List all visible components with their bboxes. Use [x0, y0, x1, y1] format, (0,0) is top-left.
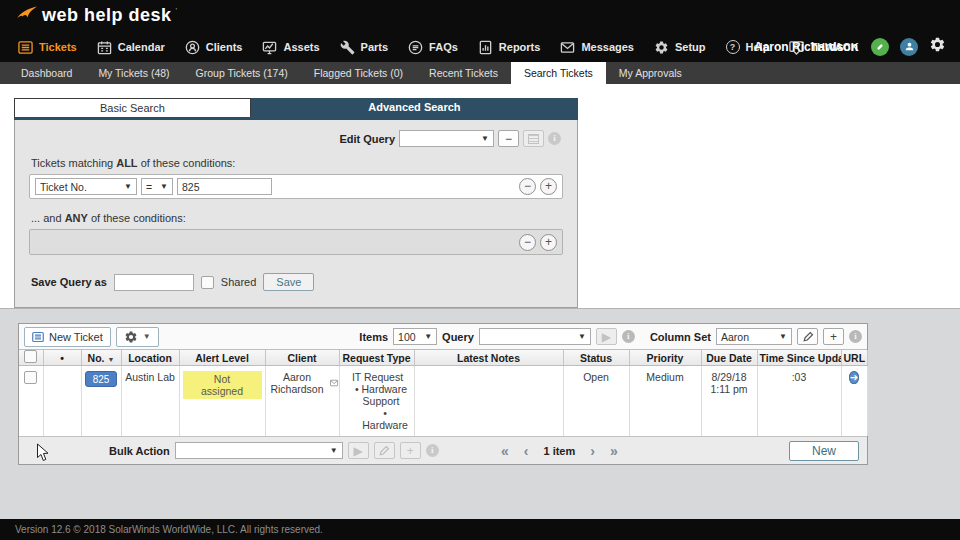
nav-item-messages[interactable]: Messages [554, 40, 648, 55]
tab-my-tickets[interactable]: My Tickets (48) [85, 62, 182, 84]
ticket-row: 825 Austin Lab Not assigned Aaron Richar… [19, 366, 867, 437]
save-query-button[interactable]: Save [263, 273, 314, 291]
row-checkbox[interactable] [24, 371, 37, 384]
table-settings-button[interactable]: ▼ [116, 327, 159, 347]
match-any-line: ... and ANY of these conditions: [31, 212, 563, 224]
remove-condition-button[interactable]: − [519, 178, 536, 195]
items-per-page-select[interactable]: 100▼ [393, 328, 437, 345]
select-all-checkbox[interactable] [24, 350, 37, 363]
top-bar: web help desk ' Tickets Calendar Clients… [0, 0, 960, 62]
condition-field-select[interactable]: Ticket No.▼ [35, 178, 137, 195]
header-no[interactable]: No.▼ [81, 350, 121, 366]
header-client[interactable]: Client [265, 350, 339, 366]
alert-level-badge: Not assigned [183, 371, 262, 399]
open-ticket-url-icon[interactable]: ➜ [849, 371, 859, 384]
row-priority: Medium [629, 366, 701, 437]
condition-operator-select[interactable]: =▼ [141, 178, 173, 195]
tickets-table-block: New Ticket ▼ Items 100▼ Query ▼ ▶ [18, 323, 868, 465]
tab-basic-search[interactable]: Basic Search [14, 98, 251, 117]
nav-item-setup[interactable]: Setup [648, 40, 720, 55]
header-select-all [19, 350, 43, 366]
tab-flagged-tickets[interactable]: Flagged Tickets (0) [301, 62, 416, 84]
header-url[interactable]: URL [841, 350, 867, 366]
bulk-info-icon[interactable]: i [426, 444, 439, 457]
item-count: 1 item [543, 445, 575, 457]
settings-gear-icon[interactable] [929, 36, 946, 57]
pagination: « ‹ 1 item › » [501, 437, 618, 465]
bulk-action-bar: Bulk Action ▼ ▶ + i « ‹ 1 item › » New [19, 436, 867, 464]
header-alert-level[interactable]: Alert Level [179, 350, 265, 366]
column-set-select[interactable]: Aaron▼ [716, 328, 792, 345]
last-page-button[interactable]: » [610, 438, 618, 464]
query-info-icon[interactable]: i [622, 330, 635, 343]
tab-recent-tickets[interactable]: Recent Tickets [416, 62, 511, 84]
nav-item-reports[interactable]: Reports [472, 40, 555, 55]
footer-bar: Version 12.6 © 2018 SolarWinds WorldWide… [0, 519, 960, 540]
header-request-type[interactable]: Request Type [339, 350, 414, 366]
ticket-number-badge[interactable]: 825 [85, 371, 118, 387]
condition-row: Ticket No.▼ =▼ − + [29, 174, 563, 199]
results-section: New Ticket ▼ Items 100▼ Query ▼ ▶ [0, 308, 960, 519]
tab-my-approvals[interactable]: My Approvals [606, 62, 695, 84]
add-any-condition-button[interactable]: + [540, 234, 557, 251]
add-condition-button[interactable]: + [540, 178, 557, 195]
logo-trademark: ' [176, 6, 178, 15]
query-label: Query [442, 331, 474, 343]
row-client[interactable]: Aaron Richardson [269, 371, 339, 395]
chevron-down-icon: ▼ [424, 332, 432, 341]
prev-page-button[interactable]: ‹ [524, 438, 529, 464]
mouse-cursor [36, 443, 49, 462]
nav-item-clients[interactable]: Clients [179, 40, 257, 55]
search-panel: Basic Search Advanced Search Edit Query … [14, 98, 578, 342]
first-page-button[interactable]: « [501, 438, 509, 464]
header-latest-notes[interactable]: Latest Notes [414, 350, 563, 366]
help-question-icon: ? [726, 40, 740, 54]
tab-group-tickets[interactable]: Group Tickets (174) [183, 62, 301, 84]
row-flag-cell [43, 366, 81, 437]
app-logo[interactable]: web help desk ' [16, 5, 177, 26]
tab-advanced-search[interactable]: Advanced Search [251, 98, 578, 117]
column-set-info-icon[interactable]: i [849, 330, 862, 343]
new-ticket-button[interactable]: New Ticket [24, 327, 111, 347]
faqs-icon [408, 40, 423, 55]
save-query-name-input[interactable] [114, 274, 194, 291]
search-mode-tabs: Basic Search Advanced Search [14, 98, 578, 117]
table-toolbar-right: Items 100▼ Query ▼ ▶ i Column Set Aaron▼ [359, 328, 862, 345]
header-status[interactable]: Status [563, 350, 629, 366]
new-button[interactable]: New [789, 441, 859, 461]
assets-monitor-icon [262, 40, 277, 55]
shared-checkbox[interactable] [201, 276, 214, 289]
edit-query-info-icon[interactable]: i [548, 132, 561, 145]
remove-query-button[interactable]: − [498, 130, 519, 147]
condition-value-input[interactable] [177, 178, 272, 195]
remove-any-condition-button[interactable]: − [519, 234, 536, 251]
clients-person-icon [185, 40, 200, 55]
edit-query-select[interactable]: ▼ [399, 130, 494, 147]
edit-column-set-button[interactable] [797, 328, 818, 345]
header-time-since-update[interactable]: Time Since Update [757, 350, 841, 366]
nav-item-tickets[interactable]: Tickets [12, 40, 91, 55]
header-location[interactable]: Location [121, 350, 179, 366]
header-flag[interactable]: • [43, 350, 81, 366]
nav-item-faqs[interactable]: FAQs [402, 40, 472, 55]
add-column-set-button[interactable]: + [823, 328, 844, 345]
gear-icon [124, 330, 138, 344]
tab-dashboard[interactable]: Dashboard [8, 62, 85, 84]
nav-item-calendar[interactable]: Calendar [91, 40, 179, 55]
bulk-action-label: Bulk Action [109, 445, 170, 457]
nav-item-parts[interactable]: Parts [334, 40, 403, 55]
next-page-button[interactable]: › [590, 438, 595, 464]
any-condition-row: − + [29, 229, 563, 255]
query-select[interactable]: ▼ [479, 328, 591, 345]
bulk-action-select[interactable]: ▼ [175, 442, 343, 459]
sort-chevron-icon[interactable]: ▼ [107, 356, 114, 363]
email-envelope-icon[interactable] [330, 378, 338, 388]
status-globe-icon[interactable] [871, 38, 889, 56]
header-due-date[interactable]: Due Date [701, 350, 757, 366]
header-priority[interactable]: Priority [629, 350, 701, 366]
shared-label: Shared [221, 276, 256, 288]
account-person-icon[interactable] [900, 38, 918, 56]
tab-search-tickets[interactable]: Search Tickets [511, 62, 606, 84]
nav-item-assets[interactable]: Assets [256, 40, 333, 55]
advanced-search-body: Edit Query ▼ − i Tickets matching ALL of… [14, 120, 578, 308]
